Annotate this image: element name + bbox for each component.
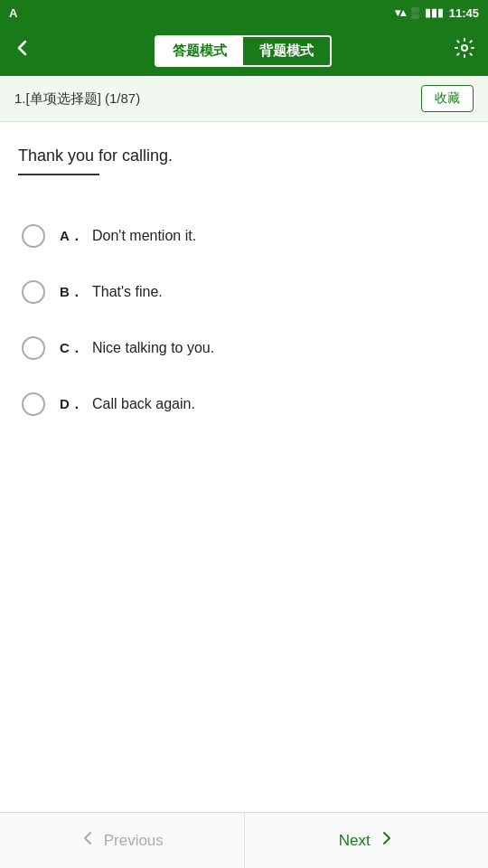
next-arrow-icon — [378, 830, 394, 851]
previous-button[interactable]: Previous — [0, 813, 245, 868]
option-d[interactable]: D． Call back again. — [14, 376, 474, 432]
status-bar: A ▾▴ ▒ ▮▮▮ 11:45 — [0, 0, 488, 25]
a-icon: A — [9, 6, 17, 20]
previous-arrow-icon — [80, 830, 97, 851]
answer-mode-button[interactable]: 答题模式 — [156, 37, 243, 65]
option-b-text: That's fine. — [92, 284, 163, 300]
next-button[interactable]: Next — [245, 813, 489, 868]
option-a-radio[interactable] — [22, 224, 45, 248]
option-d-text: Call back again. — [92, 396, 195, 412]
back-button[interactable] — [7, 33, 38, 69]
study-mode-button[interactable]: 背题模式 — [243, 37, 330, 65]
time-display: 11:45 — [449, 6, 479, 20]
battery-icon: ▮▮▮ — [425, 6, 444, 19]
status-bar-right: ▾▴ ▒ ▮▮▮ 11:45 — [395, 6, 479, 20]
option-a-key: A． — [60, 228, 85, 245]
previous-label: Previous — [104, 832, 164, 850]
question-header: 1.[单项选择题] (1/87) 收藏 — [0, 76, 488, 122]
option-b-radio[interactable] — [22, 280, 45, 304]
status-bar-left: A — [9, 6, 17, 20]
option-d-radio[interactable] — [22, 392, 45, 416]
mode-toggle: 答题模式 背题模式 — [155, 35, 332, 67]
svg-point-0 — [462, 45, 467, 51]
option-a-text: Don't mention it. — [92, 228, 196, 244]
navbar: 答题模式 背题模式 — [0, 25, 488, 76]
collect-button[interactable]: 收藏 — [421, 85, 474, 112]
option-d-key: D． — [60, 396, 85, 413]
option-b-key: B． — [60, 284, 85, 301]
question-label: 1.[单项选择题] (1/87) — [14, 90, 140, 108]
bottom-nav: Previous Next — [0, 812, 488, 868]
wifi-icon: ▾▴ — [395, 6, 406, 19]
signal-icon: ▒ — [411, 6, 419, 19]
option-c-radio[interactable] — [22, 336, 45, 360]
question-content: Thank you for calling. — [0, 122, 488, 208]
option-c-key: C． — [60, 340, 85, 357]
option-c-text: Nice talking to you. — [92, 340, 214, 356]
option-b[interactable]: B． That's fine. — [14, 264, 474, 320]
option-a[interactable]: A． Don't mention it. — [14, 208, 474, 264]
question-text: Thank you for calling. — [18, 144, 470, 168]
option-c[interactable]: C． Nice talking to you. — [14, 320, 474, 376]
settings-button[interactable] — [448, 32, 481, 70]
question-blank-line — [18, 174, 99, 175]
next-label: Next — [339, 832, 371, 850]
options-list: A． Don't mention it. B． That's fine. C． … — [0, 208, 488, 432]
